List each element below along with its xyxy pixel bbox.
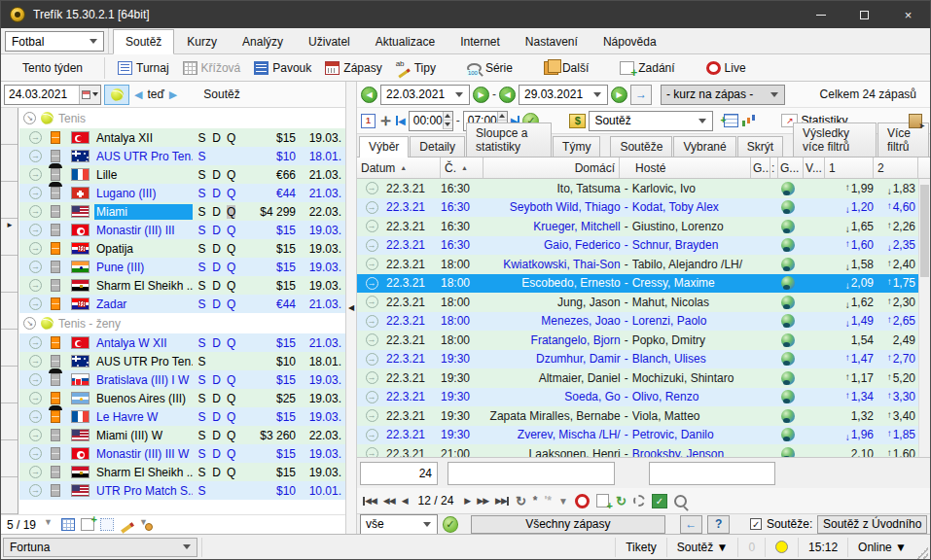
money-icon[interactable]: $	[569, 114, 586, 128]
tournament-row[interactable]: OpatijaSDQ$1519.03.	[19, 239, 345, 258]
online-mode-cell[interactable]: Online ▼	[847, 538, 916, 557]
spin-up-icon[interactable]	[444, 112, 452, 121]
last-record-icon[interactable]: ▶▶	[495, 496, 509, 506]
goto-icon[interactable]	[29, 429, 42, 441]
tournament-row[interactable]: Pune (III)SDQ$1519.03.	[19, 258, 345, 276]
tournament-row[interactable]: LilleSDQ€6621.03.	[19, 165, 345, 184]
match-row[interactable]: 22.3.2116:30Seyboth Wild, Thiago-Kodat, …	[357, 198, 930, 218]
tournament-row[interactable]: Sharm El Sheikh ...SDQ$1519.03.	[19, 463, 345, 481]
menu-tab-uzivatel[interactable]: Uživatel	[296, 29, 363, 54]
row-selector-gutter[interactable]	[1, 108, 18, 514]
tournament-row[interactable]: ZadarSDQ€4421.03.	[19, 295, 345, 313]
view-tab-vyber[interactable]: Výběr	[359, 136, 409, 158]
tournament-row[interactable]: UTR Pro Match S...S$1010.01.	[19, 481, 345, 500]
view-tab-sloupce-a-statistiky[interactable]: Sloupce a statistiky	[466, 122, 552, 157]
date-to-forward-icon[interactable]: ▶	[611, 87, 627, 103]
bookmaker-select[interactable]: Fortuna	[3, 538, 197, 557]
insert-record-icon[interactable]: *	[533, 494, 538, 508]
column-header-[interactable]: :	[770, 158, 778, 178]
all-matches-button[interactable]: Všechny zápasy	[471, 515, 665, 534]
spin-up-icon[interactable]	[498, 112, 507, 121]
menu-tab-napoveda[interactable]: Nápověda	[591, 29, 669, 54]
match-row[interactable]: 22.3.2116:30Krueger, Mitchell-Giustino, …	[357, 217, 930, 236]
view-tab-detaily[interactable]: Detaily	[410, 136, 465, 157]
menu-tab-internet[interactable]: Internet	[448, 29, 513, 54]
refresh-icon[interactable]: ↻	[516, 494, 526, 508]
globe-icon[interactable]	[781, 238, 795, 252]
globe-icon[interactable]	[781, 258, 795, 271]
date-from-select[interactable]: 22.03.2021	[380, 85, 470, 105]
time-start-icon[interactable]: ◀	[396, 116, 406, 126]
scope-apply-check-icon[interactable]: ✓	[443, 516, 459, 533]
goto-icon[interactable]	[29, 224, 42, 236]
context-select[interactable]: Soutěž	[589, 111, 713, 131]
date-from-back-icon[interactable]: ◀	[361, 87, 377, 103]
column-header-g[interactable]: G...	[751, 158, 770, 178]
book-icon[interactable]	[909, 114, 922, 128]
next-record-icon[interactable]: ▶	[464, 496, 470, 506]
globe-icon[interactable]	[781, 276, 795, 290]
tournament-row[interactable]: Antalya XIISDQ$1519.03.	[19, 128, 345, 147]
time-from-spinner[interactable]: 00:00	[409, 111, 453, 131]
goto-icon[interactable]	[366, 239, 378, 252]
toolbar-button-live[interactable]: Live	[699, 58, 753, 78]
goto-icon[interactable]	[366, 409, 378, 422]
match-row[interactable]: 22.3.2116:30Ito, Tatsuma-Karlovic, Ivo↑1…	[357, 179, 930, 198]
goto-icon[interactable]	[29, 373, 42, 386]
goto-icon[interactable]	[29, 279, 42, 292]
date-from-forward-icon[interactable]: ▶	[473, 87, 489, 103]
match-row[interactable]: 22.3.2118:00Escobedo, Ernesto-Cressy, Ma…	[357, 274, 930, 294]
goto-icon[interactable]	[366, 220, 378, 232]
new-list-icon[interactable]	[81, 518, 94, 531]
goto-icon[interactable]	[29, 447, 42, 460]
match-row[interactable]: 22.3.2119:30Zapata Miralles, Bernabe-Vio…	[357, 406, 930, 426]
goto-icon[interactable]	[366, 258, 378, 270]
insert-record-alt-icon[interactable]: '*	[545, 494, 553, 508]
goto-icon[interactable]	[366, 391, 378, 403]
resize-grip[interactable]	[916, 547, 928, 559]
toolbar-button-serie[interactable]: Série	[460, 58, 519, 78]
match-row[interactable]: 22.3.2118:00Fratangelo, Bjorn-Popko, Dmi…	[357, 331, 930, 350]
day-calendar-icon[interactable]: 1	[361, 114, 376, 128]
toolbar-button-turnaj[interactable]: Turnaj	[111, 58, 176, 78]
column-header-c[interactable]: Č.▲	[441, 158, 483, 178]
goto-icon[interactable]	[366, 371, 378, 384]
toolbar-button-tipy[interactable]: Tipy	[389, 58, 443, 78]
globe-icon[interactable]	[781, 371, 795, 385]
competition-from-intro-button[interactable]: Soutěž z Úvodního	[817, 515, 927, 534]
tournament-row[interactable]: Antalya W XIISDQ$1521.03.	[19, 333, 345, 352]
goto-icon[interactable]	[29, 298, 42, 310]
globe-icon[interactable]	[781, 428, 795, 441]
tournament-row[interactable]: Sharm El Sheikh ...SDQ$1519.03.	[19, 276, 345, 295]
goto-icon[interactable]	[29, 355, 42, 368]
date-to-select[interactable]: 29.03.2021	[519, 85, 608, 105]
goto-icon[interactable]	[366, 277, 378, 290]
add-column-icon[interactable]	[724, 114, 738, 127]
filter-settings-icon[interactable]	[139, 518, 153, 531]
goto-icon[interactable]	[29, 131, 42, 144]
globe-icon[interactable]	[781, 352, 795, 366]
globe-icon[interactable]	[781, 220, 795, 233]
first-record-icon[interactable]: ◀◀	[363, 496, 376, 506]
tournament-row[interactable]: Miami (III) WSDQ$3 26022.03.	[19, 426, 345, 444]
minimize-button[interactable]	[799, 1, 842, 28]
view-tab-skryt[interactable]: Skrýt	[737, 136, 783, 157]
column-header-hoste[interactable]: Hosté	[631, 158, 751, 178]
odds-mode-select[interactable]: - kurz na zápas -	[661, 85, 785, 105]
menu-tab-aktualizace[interactable]: Aktualizace	[363, 29, 448, 54]
column-header-g[interactable]: G...	[778, 158, 804, 178]
filter-box-2[interactable]	[649, 462, 775, 485]
match-row[interactable]: 22.3.2119:30Soeda, Go-Olivo, Renzo↑1,34↑…	[357, 388, 930, 407]
goto-icon[interactable]	[29, 336, 42, 349]
globe-icon[interactable]	[781, 333, 795, 347]
spin-down-icon[interactable]	[444, 121, 452, 129]
fast-forward-icon[interactable]: ▶▶	[477, 496, 488, 506]
goto-icon[interactable]	[366, 333, 378, 346]
series-search-icon[interactable]	[674, 495, 687, 508]
bar-chart-icon[interactable]	[741, 114, 757, 127]
goto-icon[interactable]	[366, 353, 378, 366]
match-row[interactable]: 22.3.2119:30Altmaier, Daniel-Mochizuki, …	[357, 368, 930, 388]
column-header-spacer[interactable]	[918, 158, 930, 178]
goto-icon[interactable]	[29, 392, 42, 404]
filter-box-1[interactable]	[448, 462, 615, 485]
